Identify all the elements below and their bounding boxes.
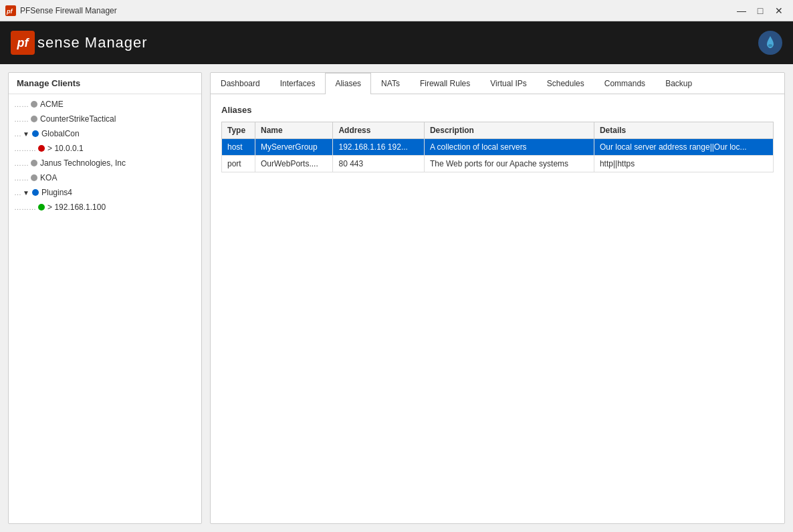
- col-address: Address: [333, 122, 424, 139]
- close-button[interactable]: ✕: [770, 4, 788, 17]
- app-logo: pf sense Manager: [11, 31, 148, 55]
- sidebar-item-koa[interactable]: …… KOA: [9, 170, 201, 185]
- tab-interfaces[interactable]: Interfaces: [270, 73, 326, 94]
- item-label: KOA: [40, 173, 57, 182]
- status-dot: [31, 160, 37, 166]
- content-area: Dashboard Interfaces Aliases NATs Firewa…: [210, 72, 785, 524]
- app-name: sense Manager: [37, 34, 148, 51]
- sidebar-item-plugins4[interactable]: … ▼ Plugins4: [9, 185, 201, 200]
- tab-bar: Dashboard Interfaces Aliases NATs Firewa…: [211, 73, 784, 94]
- sidebar-item-counterstriketactical[interactable]: …… CounterStrikeTactical: [9, 112, 201, 126]
- connector: ………: [14, 203, 38, 211]
- item-label: Plugins4: [41, 188, 72, 197]
- cell-type: port: [222, 156, 255, 172]
- connector: ……: [14, 159, 31, 167]
- cell-description: The Web ports for our Apache systems: [424, 156, 594, 172]
- status-dot: [38, 204, 45, 211]
- table-header-row: Type Name Address Description Details: [222, 122, 774, 139]
- tab-backup[interactable]: Backup: [655, 73, 702, 94]
- col-type: Type: [222, 122, 255, 139]
- status-dot: [32, 130, 39, 137]
- content-inner: Aliases Type Name Address Description De…: [211, 94, 784, 523]
- sidebar-item-acme[interactable]: …… ACME: [9, 97, 201, 112]
- status-dot: [32, 189, 39, 196]
- expand-icon: ▼: [21, 130, 31, 138]
- col-name: Name: [255, 122, 332, 139]
- title-bar-controls: — □ ✕: [733, 4, 788, 17]
- cell-address: 80 443: [333, 156, 424, 172]
- cell-description: A collection of local servers: [424, 139, 594, 156]
- sidebar: Manage Clients …… ACME …… CounterStrikeT…: [8, 72, 202, 524]
- title-bar-left: pf PFSense Firewall Manager: [5, 5, 117, 16]
- connector: ………: [14, 144, 38, 152]
- sidebar-item-plugins4-child[interactable]: ……… > 192.168.1.100: [9, 200, 201, 215]
- item-label: CounterStrikeTactical: [40, 114, 116, 124]
- app-header: pf sense Manager: [0, 21, 793, 64]
- cell-type: host: [222, 139, 255, 156]
- main-layout: Manage Clients …… ACME …… CounterStrikeT…: [0, 64, 793, 532]
- sidebar-item-janus[interactable]: …… Janus Technologies, Inc: [9, 156, 201, 170]
- tab-firewall-rules[interactable]: Firewall Rules: [410, 73, 480, 94]
- status-dot: [38, 145, 45, 152]
- item-label: GlobalCon: [41, 129, 80, 138]
- col-description: Description: [424, 122, 594, 139]
- section-title: Aliases: [221, 105, 774, 115]
- col-details: Details: [594, 122, 773, 139]
- connector: ……: [14, 174, 31, 182]
- connector: ……: [14, 100, 31, 108]
- svg-text:pf: pf: [6, 8, 13, 15]
- aliases-table: Type Name Address Description Details ho…: [221, 122, 774, 172]
- cell-name: OurWebPorts....: [255, 156, 332, 172]
- connector: …: [14, 130, 21, 138]
- maximize-button[interactable]: □: [752, 4, 769, 17]
- sidebar-item-globalcon[interactable]: … ▼ GlobalCon: [9, 126, 201, 141]
- connector: …: [14, 188, 21, 196]
- cell-name: MyServerGroup: [255, 139, 332, 156]
- item-label: Janus Technologies, Inc: [40, 158, 126, 168]
- client-tree: …… ACME …… CounterStrikeTactical … ▼ Glo…: [9, 94, 201, 217]
- cell-address: 192.168.1.16 192...: [333, 139, 424, 156]
- item-label: > 192.168.1.100: [47, 203, 106, 212]
- sidebar-item-globalcon-child[interactable]: ……… > 10.0.0.1: [9, 141, 201, 156]
- tab-aliases[interactable]: Aliases: [325, 73, 371, 94]
- header-avatar: [758, 31, 782, 55]
- item-label: > 10.0.0.1: [47, 144, 84, 153]
- status-dot: [31, 101, 37, 108]
- connector: ……: [14, 115, 31, 123]
- sidebar-title: Manage Clients: [9, 73, 201, 94]
- title-bar: pf PFSense Firewall Manager — □ ✕: [0, 0, 793, 21]
- table-row[interactable]: host MyServerGroup 192.168.1.16 192... A…: [222, 139, 774, 156]
- logo-icon: pf: [11, 31, 35, 55]
- app-icon: pf: [5, 5, 16, 16]
- item-label: ACME: [40, 100, 64, 109]
- tab-dashboard[interactable]: Dashboard: [211, 73, 270, 94]
- cell-details: Our local server address range||Our loc.…: [594, 139, 773, 156]
- table-row[interactable]: port OurWebPorts.... 80 443 The Web port…: [222, 156, 774, 172]
- minimize-button[interactable]: —: [733, 4, 750, 17]
- expand-icon: ▼: [21, 189, 31, 196]
- status-dot: [31, 116, 37, 122]
- cell-details: http||https: [594, 156, 773, 172]
- tab-virtual-ips[interactable]: Virtual IPs: [480, 73, 536, 94]
- tab-nats[interactable]: NATs: [371, 73, 410, 94]
- title-bar-text: PFSense Firewall Manager: [20, 6, 117, 15]
- tab-commands[interactable]: Commands: [594, 73, 655, 94]
- status-dot: [31, 174, 37, 181]
- tab-schedules[interactable]: Schedules: [537, 73, 594, 94]
- svg-point-2: [768, 44, 772, 47]
